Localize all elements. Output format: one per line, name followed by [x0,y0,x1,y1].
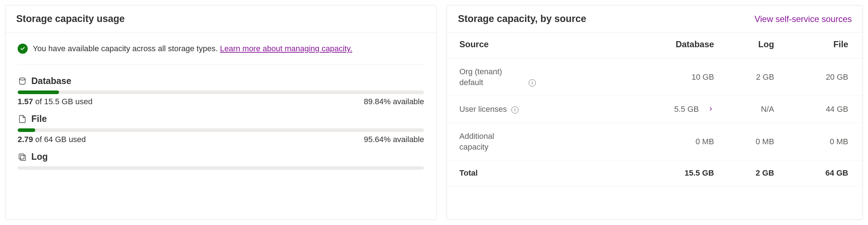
log-icon [18,152,27,162]
source-cell: User licenses i [447,96,622,123]
progress-bar-database [18,91,424,94]
usage-stats: 1.57 of 15.5 GB used 89.84% available [18,97,424,106]
storage-by-source-header: Storage capacity, by source View self-se… [447,5,863,33]
storage-usage-card: Storage capacity usage You have availabl… [5,5,437,220]
usage-item-title: File [18,114,424,124]
storage-usage-header: Storage capacity usage [5,5,436,33]
file-cell: 20 GB [781,58,863,96]
col-file: File [781,33,863,58]
source-cell: Total [447,160,622,186]
storage-by-source-title: Storage capacity, by source [458,13,586,25]
info-icon[interactable]: i [529,79,536,87]
table-header-row: Source Database Log File [447,33,863,58]
table-row: Additional capacity 0 MB 0 MB 0 MB [447,123,863,160]
svg-rect-1 [19,154,24,159]
database-cell: 10 GB [622,58,721,96]
progress-bar-log [18,166,424,170]
usage-label: Database [31,76,71,86]
col-source: Source [447,33,622,58]
progress-fill [18,91,59,94]
usage-label: Log [31,151,48,162]
progress-bar-file [18,128,424,132]
file-cell: 0 MB [781,123,863,160]
log-cell: 0 MB [721,123,781,160]
usage-used-text: 2.79 of 64 GB used [18,135,86,144]
database-cell: 15.5 GB [622,160,721,186]
database-icon [18,76,27,86]
status-row: You have available capacity across all s… [18,44,424,65]
col-database: Database [622,33,721,58]
database-cell: 0 MB [622,123,721,160]
storage-by-source-card: Storage capacity, by source View self-se… [447,5,863,220]
col-log: Log [721,33,781,58]
usage-used-text: 1.57 of 15.5 GB used [18,97,92,106]
success-check-icon [18,44,28,54]
svg-point-0 [19,78,25,80]
source-table-body: Org (tenant) default i 10 GB 2 GB 20 GB … [447,58,863,186]
table-row: User licenses i 5.5 GB N/A 44 GB [447,96,863,123]
usage-available-text: 95.64% available [364,135,424,144]
usage-item-file: File 2.79 of 64 GB used 95.64% available [18,114,424,144]
source-table: Source Database Log File Org (tenant) de… [447,33,863,186]
usage-label: File [31,114,47,124]
usage-item-database: Database 1.57 of 15.5 GB used 89.84% ava… [18,76,424,106]
storage-usage-body: You have available capacity across all s… [5,33,436,181]
table-row-total: Total 15.5 GB 2 GB 64 GB [447,160,863,186]
usage-item-title: Log [18,151,424,162]
svg-rect-2 [21,155,26,160]
log-cell: 2 GB [721,58,781,96]
usage-stats: 2.79 of 64 GB used 95.64% available [18,135,424,144]
table-row: Org (tenant) default i 10 GB 2 GB 20 GB [447,58,863,96]
chevron-right-icon[interactable] [707,105,714,114]
log-cell: N/A [721,96,781,123]
file-icon [18,114,27,124]
view-self-service-link[interactable]: View self-service sources [755,14,852,24]
source-cell: Additional capacity [447,123,622,160]
file-cell: 44 GB [781,96,863,123]
source-cell: Org (tenant) default i [447,58,622,96]
usage-available-text: 89.84% available [364,97,424,106]
log-cell: 2 GB [721,160,781,186]
info-icon[interactable]: i [511,106,519,114]
status-message: You have available capacity across all s… [33,44,218,53]
usage-item-title: Database [18,76,424,86]
storage-usage-title: Storage capacity usage [16,13,125,25]
database-cell: 5.5 GB [622,96,721,123]
usage-item-log: Log [18,151,424,170]
status-text: You have available capacity across all s… [33,44,352,53]
progress-fill [18,128,35,132]
learn-more-link[interactable]: Learn more about managing capacity. [220,44,352,53]
file-cell: 64 GB [781,160,863,186]
